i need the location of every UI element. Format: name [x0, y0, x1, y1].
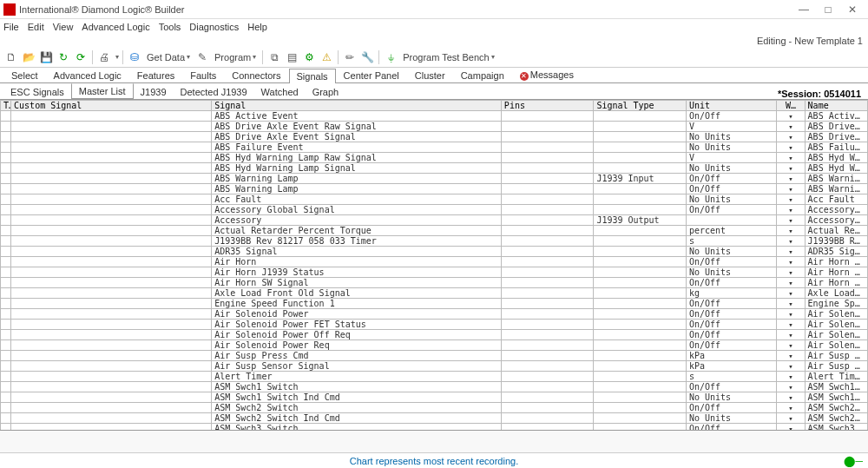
tab-features[interactable]: Features: [129, 68, 182, 82]
get-data-button[interactable]: Get Data▾: [144, 52, 193, 63]
table-row[interactable]: Air_Solenoid_Power_FET_StatusOn/Off▾Air_…: [1, 320, 868, 330]
print-icon[interactable]: 🖨: [96, 49, 112, 65]
tool-icon[interactable]: 🔧: [359, 49, 375, 65]
table-row[interactable]: ABS_Drive_Axle_Event_Raw_SignalV▾ABS_Dri…: [1, 122, 868, 132]
dropdown-icon[interactable]: ▾: [788, 143, 792, 152]
table-row[interactable]: ABS_Hyd_Warning_Lamp_SignalNo_Units▾ABS_…: [1, 163, 868, 174]
dropdown-icon[interactable]: ▾: [788, 185, 792, 194]
menu-diagnostics[interactable]: Diagnostics: [189, 22, 239, 32]
table-row[interactable]: ABS_Active_EventOn/Off▾ABS_Active…: [1, 111, 868, 122]
db-icon[interactable]: ⛁: [127, 49, 142, 65]
warn-icon[interactable]: ⚠: [319, 49, 334, 65]
dropdown-icon[interactable]: ▾: [788, 195, 792, 204]
table-row[interactable]: Accessory_Global_SignalOn/Off▾Accessory…: [1, 205, 868, 215]
dropdown-icon[interactable]: ▾: [788, 206, 792, 214]
table-row[interactable]: Alert_Timers▾Alert_Timer: [1, 372, 868, 382]
copy-icon[interactable]: ⧉: [266, 49, 282, 65]
col-name[interactable]: Name: [805, 101, 867, 111]
dropdown-icon[interactable]: ▾: [788, 133, 792, 142]
dropdown-icon[interactable]: ▾: [788, 404, 792, 412]
table-row[interactable]: ASM_Swch1_SwitchOn/Off▾ASM_Swch1…: [1, 382, 868, 392]
subtab-esc-signals[interactable]: ESC Signals: [3, 84, 71, 99]
menu-view[interactable]: View: [53, 22, 74, 32]
subtab-watched[interactable]: Watched: [254, 84, 306, 99]
table-row[interactable]: ASM_Swch3_SwitchOn/Off▾ASM_Swch3…: [1, 424, 868, 431]
subtab-j1939[interactable]: J1939: [134, 84, 174, 99]
dropdown-icon[interactable]: ▾: [788, 372, 792, 381]
tab-center-panel[interactable]: Center Panel: [336, 68, 407, 82]
edit-icon[interactable]: ✏: [342, 49, 358, 65]
refresh-icon[interactable]: ↻: [56, 49, 71, 65]
table-row[interactable]: AccessoryJ1939 Output▾Accessory…: [1, 215, 868, 226]
open-icon[interactable]: 📂: [21, 49, 36, 65]
table-row[interactable]: Air_Horn_SW_SignalOn/Off▾Air_Horn_…: [1, 278, 868, 288]
table-row[interactable]: ABS_Hyd_Warning_Lamp_Raw_SignalV▾ABS_Hyd…: [1, 153, 868, 163]
table-row[interactable]: ABS_Drive_Axle_Event_SignalNo_Units▾ABS_…: [1, 132, 868, 142]
tab-cluster[interactable]: Cluster: [407, 68, 453, 82]
tab-connectors[interactable]: Connectors: [224, 68, 288, 82]
table-row[interactable]: Air_Susp_Press_CmdkPa▾Air_Susp_…: [1, 351, 868, 361]
dropdown-icon[interactable]: ▾: [788, 414, 792, 423]
dropdown-icon[interactable]: ▾: [788, 154, 792, 162]
col-pins[interactable]: Pins: [501, 101, 594, 111]
tab-campaign[interactable]: Campaign: [453, 68, 512, 82]
tab-messages[interactable]: ✕Messages: [512, 67, 582, 82]
table-row[interactable]: ASM_Swch2_SwitchOn/Off▾ASM_Swch2…: [1, 403, 868, 413]
table-row[interactable]: ASM_Swch1_Switch_Ind_CmdNo_Units▾ASM_Swc…: [1, 392, 868, 403]
save-icon[interactable]: 💾: [38, 49, 54, 65]
plug-icon[interactable]: ⏚: [383, 49, 398, 65]
new-icon[interactable]: 🗋: [3, 49, 19, 65]
tab-faults[interactable]: Faults: [182, 68, 224, 82]
maximize-button[interactable]: □: [816, 3, 840, 16]
dropdown-icon[interactable]: ▾: [788, 310, 792, 319]
tab-select[interactable]: Select: [3, 68, 46, 82]
dropdown-icon[interactable]: ▾: [788, 216, 792, 225]
dropdown-icon[interactable]: ▾: [788, 393, 792, 402]
subtab-master-list[interactable]: Master List: [71, 83, 134, 99]
dropdown-icon[interactable]: ▾: [788, 112, 792, 121]
dropdown-icon[interactable]: ▾: [788, 331, 792, 339]
signals-grid[interactable]: T Custom Signal Signal Pins Signal Type …: [0, 99, 868, 430]
menu-help[interactable]: Help: [247, 22, 267, 32]
table-row[interactable]: Acc_FaultNo_Units▾Acc_Fault: [1, 194, 868, 205]
table-row[interactable]: Air_Susp_Sensor_SignalkPa▾Air_Susp_…: [1, 361, 868, 372]
dropdown-icon[interactable]: ▾: [788, 175, 792, 183]
wand-icon[interactable]: ✎: [194, 49, 210, 65]
menu-edit[interactable]: Edit: [28, 22, 44, 32]
dropdown-icon[interactable]: ▾: [788, 289, 792, 298]
menu-file[interactable]: File: [3, 22, 19, 32]
table-row[interactable]: ABS_Warning_LampJ1939 InputOn/Off▾ABS_Wa…: [1, 174, 868, 184]
doc-icon[interactable]: ▤: [284, 49, 299, 65]
table-row[interactable]: Air_Solenoid_PowerOn/Off▾Air_Solen…: [1, 309, 868, 320]
dropdown-icon[interactable]: ▾: [788, 279, 792, 287]
table-row[interactable]: ASM_Swch2_Switch_Ind_CmdNo_Units▾ASM_Swc…: [1, 413, 868, 424]
col-unit[interactable]: Unit: [686, 101, 777, 111]
dropdown-icon[interactable]: ▾: [788, 383, 792, 392]
gear-icon[interactable]: ⚙: [301, 49, 317, 65]
menu-advanced-logic[interactable]: Advanced Logic: [82, 22, 149, 32]
table-row[interactable]: ABS_Warning_LampOn/Off▾ABS_Warni…: [1, 184, 868, 194]
dropdown-icon[interactable]: ▾: [788, 237, 792, 246]
dropdown-icon[interactable]: ▾: [788, 227, 792, 235]
program-test-bench-button[interactable]: Program Test Bench▾: [400, 52, 496, 63]
dropdown-icon[interactable]: ▾: [788, 341, 792, 350]
close-button[interactable]: ✕: [840, 3, 865, 16]
program-button[interactable]: Program▾: [212, 52, 259, 63]
table-row[interactable]: J1939BB_Rev_81217_058_033_Timers▾J1939BB…: [1, 236, 868, 247]
tab-signals[interactable]: Signals: [289, 69, 336, 83]
minimize-button[interactable]: —: [792, 3, 816, 16]
dropdown-icon[interactable]: ▾: [788, 122, 792, 131]
dropdown-icon[interactable]: ▾: [788, 300, 792, 308]
col-t[interactable]: T: [1, 101, 11, 111]
subtab-graph[interactable]: Graph: [306, 84, 346, 99]
subtab-detected-j1939[interactable]: Detected J1939: [174, 84, 254, 99]
table-row[interactable]: ADR35_SignalNo_Units▾ADR35_Signal: [1, 247, 868, 257]
col-signal-type[interactable]: Signal Type: [594, 101, 687, 111]
table-row[interactable]: Air_Solenoid_Power_ReqOn/Off▾Air_Solen…: [1, 340, 868, 351]
dropdown-icon[interactable]: ▾: [788, 352, 792, 360]
col-w[interactable]: W…: [777, 101, 805, 111]
dropdown-icon[interactable]: ▾: [115, 53, 119, 61]
dropdown-icon[interactable]: ▾: [788, 362, 792, 371]
col-custom-signal[interactable]: Custom Signal: [11, 101, 212, 111]
table-row[interactable]: Air_Horn_J1939_StatusNo_Units▾Air_Horn_…: [1, 267, 868, 278]
